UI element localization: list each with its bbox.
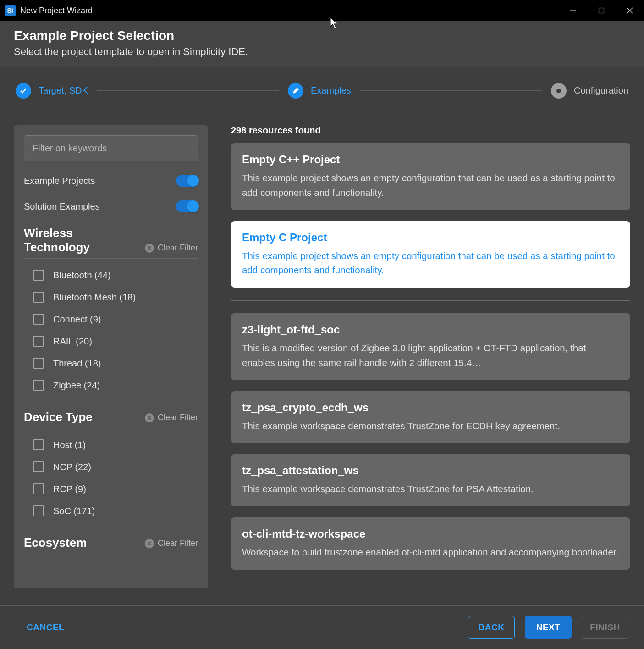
footer: CANCEL BACK NEXT FINISH <box>0 605 644 649</box>
card-title: z3-light_ot-ftd_soc <box>242 323 619 336</box>
card-title: Empty C++ Project <box>242 153 619 166</box>
filter-group-title: Ecosystem <box>24 536 87 550</box>
clear-filter-label: Clear Filter <box>158 538 198 548</box>
filter-item-label: SoC (171) <box>53 506 95 516</box>
filter-item-label: Zigbee (24) <box>53 380 100 391</box>
stepper: Target, SDK Examples Configuration <box>0 67 644 114</box>
check-icon <box>16 83 31 99</box>
filter-item-label: Connect (9) <box>53 314 101 325</box>
minimize-button[interactable] <box>559 0 587 21</box>
toggle-label: Solution Examples <box>24 201 100 212</box>
card-description: This example workspace demonstrates Trus… <box>242 482 619 496</box>
results-list: Empty C++ ProjectThis example project sh… <box>231 143 630 570</box>
checkbox[interactable] <box>33 314 44 325</box>
filter-item[interactable]: SoC (171) <box>24 500 198 522</box>
result-card[interactable]: z3-light_ot-ftd_socThis is a modified ve… <box>231 313 630 380</box>
clear-filter-button[interactable]: ✕Clear Filter <box>145 243 198 253</box>
card-title: ot-cli-mtd-tz-workspace <box>242 527 619 540</box>
card-description: This is a modified version of Zigbee 3.0… <box>242 341 619 370</box>
page-subtitle: Select the project template to open in S… <box>14 46 630 58</box>
card-title: tz_psa_crypto_ecdh_ws <box>242 401 619 414</box>
pending-icon <box>551 83 567 99</box>
checkbox[interactable] <box>33 505 44 516</box>
step-target-sdk[interactable]: Target, SDK <box>16 83 88 99</box>
step-configuration: Configuration <box>551 83 628 99</box>
card-title: Empty C Project <box>242 231 619 244</box>
filter-group: Wireless Technology✕Clear FilterBluetoot… <box>24 226 198 396</box>
step-label: Target, SDK <box>39 85 88 96</box>
checkbox[interactable] <box>33 380 44 391</box>
filter-item-label: Thread (18) <box>53 358 101 369</box>
filter-item[interactable]: RCP (9) <box>24 478 198 500</box>
filter-item-label: Bluetooth (44) <box>53 270 111 281</box>
card-description: This example workspace demonstrates Trus… <box>242 419 619 433</box>
main-content: Example Projects Solution Examples Wirel… <box>0 114 644 619</box>
step-label: Configuration <box>574 85 628 96</box>
filter-item-label: NCP (22) <box>53 462 91 472</box>
toggle-example-projects[interactable]: Example Projects <box>24 175 198 187</box>
card-description: This example project shows an empty conf… <box>242 171 619 200</box>
filter-group-title: Wireless Technology <box>24 226 128 255</box>
clear-filter-button[interactable]: ✕Clear Filter <box>145 538 198 548</box>
checkbox[interactable] <box>33 439 44 450</box>
filter-item[interactable]: Zigbee (24) <box>24 374 198 396</box>
toggle-switch[interactable] <box>176 200 198 212</box>
result-card[interactable]: Empty C++ ProjectThis example project sh… <box>231 143 630 210</box>
keyword-filter-input[interactable] <box>24 135 198 161</box>
back-button[interactable]: BACK <box>468 616 515 639</box>
filter-item[interactable]: Connect (9) <box>24 308 198 330</box>
filter-item[interactable]: Bluetooth (44) <box>24 264 198 286</box>
cancel-button[interactable]: CANCEL <box>16 616 75 639</box>
checkbox[interactable] <box>33 292 44 303</box>
header: Example Project Selection Select the pro… <box>0 21 644 67</box>
filter-item-label: Bluetooth Mesh (18) <box>53 292 136 303</box>
next-button[interactable]: NEXT <box>525 616 572 639</box>
titlebar: Si New Project Wizard <box>0 0 644 21</box>
checkbox[interactable] <box>33 358 44 369</box>
filter-item[interactable]: RAIL (20) <box>24 330 198 352</box>
result-card[interactable]: tz_psa_crypto_ecdh_wsThis example worksp… <box>231 391 630 444</box>
clear-filter-label: Clear Filter <box>158 413 198 422</box>
app-logo: Si <box>5 5 16 16</box>
checkbox[interactable] <box>33 336 44 347</box>
close-icon: ✕ <box>145 244 154 253</box>
result-card[interactable]: ot-cli-mtd-tz-workspaceWorkspace to buil… <box>231 517 630 570</box>
svg-rect-1 <box>599 8 604 13</box>
clear-filter-label: Clear Filter <box>158 243 198 253</box>
step-label: Examples <box>311 85 351 96</box>
card-description: This example project shows an empty conf… <box>242 249 619 278</box>
stepper-line <box>97 90 279 91</box>
filter-item[interactable]: Thread (18) <box>24 352 198 374</box>
window-title: New Project Wizard <box>20 6 93 16</box>
filter-group: Device Type✕Clear FilterHost (1)NCP (22)… <box>24 410 198 522</box>
filter-group: Ecosystem✕Clear Filter <box>24 536 198 560</box>
clear-filter-button[interactable]: ✕Clear Filter <box>145 413 198 422</box>
filter-item-label: Host (1) <box>53 440 86 450</box>
result-card[interactable]: tz_psa_attestation_wsThis example worksp… <box>231 454 630 506</box>
filter-item-label: RCP (9) <box>53 484 86 494</box>
close-button[interactable] <box>616 0 644 21</box>
filter-group-title: Device Type <box>24 410 93 424</box>
page-title: Example Project Selection <box>14 28 630 43</box>
close-icon: ✕ <box>145 413 154 422</box>
step-examples[interactable]: Examples <box>288 83 351 99</box>
card-description: Workspace to build trustzone enabled ot-… <box>242 545 619 560</box>
results-panel: 298 resources found Empty C++ ProjectThi… <box>231 125 630 619</box>
filter-item[interactable]: NCP (22) <box>24 456 198 478</box>
filter-item[interactable]: Bluetooth Mesh (18) <box>24 286 198 308</box>
toggle-switch[interactable] <box>176 175 198 187</box>
result-card[interactable]: Empty C ProjectThis example project show… <box>231 221 630 288</box>
separator <box>231 300 630 301</box>
filter-item[interactable]: Host (1) <box>24 434 198 456</box>
stepper-line <box>360 90 542 91</box>
checkbox[interactable] <box>33 270 44 281</box>
edit-icon <box>288 83 303 99</box>
checkbox[interactable] <box>33 483 44 494</box>
toggle-solution-examples[interactable]: Solution Examples <box>24 200 198 212</box>
checkbox[interactable] <box>33 461 44 472</box>
filter-panel: Example Projects Solution Examples Wirel… <box>14 125 208 588</box>
close-icon: ✕ <box>145 539 154 548</box>
maximize-button[interactable] <box>587 0 616 21</box>
results-count: 298 resources found <box>231 125 630 136</box>
finish-button: FINISH <box>582 616 628 639</box>
